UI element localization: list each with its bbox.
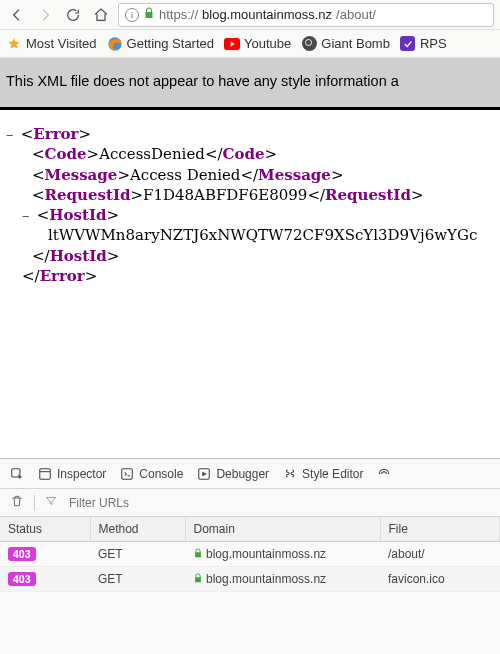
table-row[interactable]: 403 GET blog.mountainmoss.nz favicon.ico [0,567,500,592]
forward-button[interactable] [34,4,56,26]
cell-domain: blog.mountainmoss.nz [206,572,326,586]
collapse-toggle[interactable]: – [22,205,32,225]
tab-label: Inspector [57,467,106,481]
youtube-icon [224,36,240,52]
bomb-icon [301,36,317,52]
bookmark-getting-started[interactable]: Getting Started [107,36,214,52]
cell-file: /about/ [380,542,500,567]
bookmark-giant-bomb[interactable]: Giant Bomb [301,36,390,52]
filter-icon [45,495,57,510]
url-bar[interactable]: i https://blog.mountainmoss.nz/about/ [118,3,494,27]
xml-tag: HostId [50,247,107,265]
bookmarks-bar: Most Visited Getting Started Youtube Gia… [0,30,500,58]
column-domain[interactable]: Domain [185,517,380,542]
xml-value: AccessDenied [99,145,205,163]
url-protocol: https:// [159,7,198,22]
bookmark-label: Getting Started [127,36,214,51]
bookmark-rps[interactable]: RPS [400,36,447,52]
table-row[interactable]: 403 GET blog.mountainmoss.nz /about/ [0,542,500,567]
xml-tag: Error [33,125,78,143]
url-host: blog.mountainmoss.nz [202,7,332,22]
xml-tag: Message [45,166,118,184]
status-badge: 403 [8,547,36,561]
home-button[interactable] [90,4,112,26]
bookmark-youtube[interactable]: Youtube [224,36,291,52]
status-badge: 403 [8,572,36,586]
url-path: /about/ [336,7,376,22]
lock-icon [143,7,155,22]
rps-icon [400,36,416,52]
xml-style-banner: This XML file does not appear to have an… [0,58,500,110]
tab-debugger[interactable]: Debugger [197,467,269,481]
bookmark-label: Most Visited [26,36,97,51]
clear-button[interactable] [10,494,24,511]
column-file[interactable]: File [380,517,500,542]
xml-value: ltWVWMn8aryNZTJ6xNWQTW72CF9XScYl3D9Vj6wY… [48,226,477,244]
bookmark-label: RPS [420,36,447,51]
cell-domain: blog.mountainmoss.nz [206,547,326,561]
bookmark-label: Giant Bomb [321,36,390,51]
tab-more[interactable] [377,467,391,481]
xml-tag: RequestId [45,186,131,204]
site-info-icon[interactable]: i [125,8,139,22]
firefox-icon [107,36,123,52]
back-button[interactable] [6,4,28,26]
tab-console[interactable]: Console [120,467,183,481]
xml-tag: Code [45,145,87,163]
devtools-panel: Inspector Console Debugger Style Editor … [0,458,500,654]
xml-tag: Error [40,267,85,285]
reload-button[interactable] [62,4,84,26]
bookmark-most-visited[interactable]: Most Visited [6,36,97,52]
cell-file: favicon.ico [380,567,500,592]
svg-rect-3 [40,468,51,479]
cell-method: GET [90,542,185,567]
bookmark-label: Youtube [244,36,291,51]
xml-tag: Message [258,166,331,184]
filter-input[interactable] [67,495,187,511]
lock-icon [193,548,203,558]
xml-tag: RequestId [325,186,411,204]
tab-inspector[interactable]: Inspector [38,467,106,481]
cell-method: GET [90,567,185,592]
tab-label: Style Editor [302,467,363,481]
collapse-toggle[interactable]: – [6,124,16,144]
xml-tag: HostId [49,206,106,224]
xml-value: F1D48ABFDF6E8099 [143,186,307,204]
tab-label: Console [139,467,183,481]
xml-tag: Code [223,145,265,163]
xml-value: Access Denied [130,166,241,184]
column-status[interactable]: Status [0,517,90,542]
star-icon [6,36,22,52]
network-table: Status Method Domain File 403 GET blog.m… [0,517,500,592]
tab-label: Debugger [216,467,269,481]
column-method[interactable]: Method [90,517,185,542]
devtools-pick-element[interactable] [10,467,24,481]
xml-content: – <Error> <Code>AccessDenied</Code> <Mes… [0,110,500,286]
tab-style-editor[interactable]: Style Editor [283,467,363,481]
lock-icon [193,573,203,583]
